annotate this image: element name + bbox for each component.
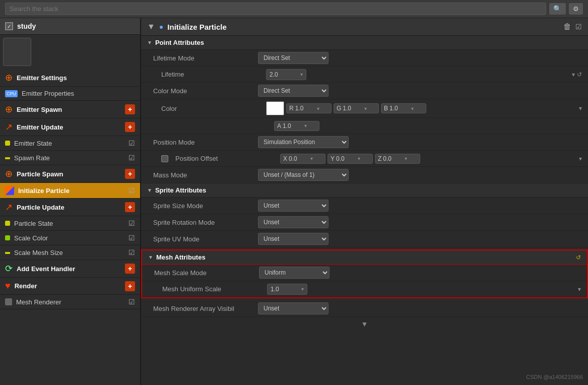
position-offset-checkbox[interactable] <box>161 155 168 162</box>
module-title: Initialize Particle <box>167 23 559 31</box>
color-g-input[interactable] <box>343 105 363 112</box>
lifetime-reset-button[interactable]: ↺ <box>577 71 582 78</box>
sidebar-item-scale-color[interactable]: Scale Color ☑ <box>0 231 140 245</box>
sprite-uv-mode-select[interactable]: Unset <box>258 233 329 245</box>
color-swatch[interactable] <box>266 101 284 115</box>
mesh-uniform-scale-expand[interactable]: ▾ <box>578 286 581 293</box>
sidebar-item-mesh-renderer[interactable]: Mesh Renderer ☑ <box>0 295 140 309</box>
particle-state-icon <box>5 221 10 226</box>
settings-button[interactable]: ⚙ <box>569 3 583 15</box>
emitter-spawn-add-button[interactable]: + <box>125 104 135 114</box>
sidebar-item-particle-update[interactable]: ↗ Particle Update + <box>0 199 140 216</box>
y-label: Y <box>331 155 335 162</box>
main-layout: ✓ study ⊕ Emitter Settings CPU Emitter P… <box>0 18 588 385</box>
sidebar-item-emitter-spawn[interactable]: ⊕ Emitter Spawn + <box>0 101 140 118</box>
emitter-update-add-button[interactable]: + <box>125 122 135 132</box>
initialize-particle-check[interactable]: ☑ <box>128 186 135 195</box>
scale-mesh-size-check[interactable]: ☑ <box>128 248 135 256</box>
color-mode-select[interactable]: Direct Set <box>258 85 329 97</box>
sprite-rotation-mode-select[interactable]: Unset <box>258 216 329 228</box>
sidebar-item-emitter-update[interactable]: ↗ Emitter Update + <box>0 118 140 136</box>
lifetime-value[interactable] <box>270 71 300 78</box>
mesh-renderer-check[interactable]: ☑ <box>128 298 135 306</box>
mesh-scale-mode-select[interactable]: Uniform <box>259 267 330 279</box>
pos-x-input[interactable] <box>289 155 309 162</box>
sidebar-title: ✓ study <box>0 18 140 35</box>
sidebar-item-particle-state[interactable]: Particle State ☑ <box>0 216 140 231</box>
g-label: G <box>337 105 341 112</box>
add-event-handler-add-button[interactable]: + <box>125 264 135 274</box>
mass-mode-select[interactable]: Unset / (Mass of 1) <box>258 169 349 181</box>
search-input[interactable] <box>5 3 546 15</box>
color-b-field[interactable]: B ▾ <box>381 103 426 113</box>
pos-z-field[interactable]: Z ▾ <box>375 154 420 164</box>
module-enable-checkbox[interactable]: ☑ <box>575 23 582 31</box>
scale-color-icon <box>5 235 10 240</box>
sprite-attributes-label: Sprite Attributes <box>155 186 206 194</box>
pos-z-input[interactable] <box>383 155 403 162</box>
particle-spawn-icon: ⊕ <box>5 168 13 179</box>
particle-update-add-button[interactable]: + <box>125 202 135 212</box>
a-label: A <box>277 122 281 130</box>
sidebar-item-emitter-properties[interactable]: CPU Emitter Properties <box>0 87 140 101</box>
z-label: Z <box>378 155 381 162</box>
content-panel: ▼ ● Initialize Particle 🗑 ☑ ▼ Point Attr… <box>141 18 588 385</box>
sprite-size-mode-select[interactable]: Unset <box>258 200 329 212</box>
mesh-attributes-section: ▼ Mesh Attributes ↺ Mesh Scale Mode Unif… <box>141 249 588 298</box>
point-attributes-header[interactable]: ▼ Point Attributes <box>141 36 588 50</box>
color-r-input[interactable] <box>295 105 315 112</box>
render-add-button[interactable]: + <box>125 281 135 291</box>
lifetime-expand-button[interactable]: ▾ <box>572 71 575 78</box>
point-attributes-label: Point Attributes <box>155 39 204 46</box>
lifetime-extra: ▾ ↺ <box>572 71 582 78</box>
pos-x-field[interactable]: X ▾ <box>280 154 325 164</box>
pos-y-field[interactable]: Y ▾ <box>328 154 373 164</box>
sidebar: ✓ study ⊕ Emitter Settings CPU Emitter P… <box>0 18 141 385</box>
lifetime-mode-select[interactable]: Direct Set <box>258 52 329 64</box>
spawn-rate-check[interactable]: ☑ <box>128 154 135 162</box>
particle-spawn-add-button[interactable]: + <box>125 169 135 179</box>
sidebar-item-add-event-handler[interactable]: ⟳ Add Event Handler + <box>0 260 140 278</box>
color-a-input[interactable] <box>283 122 303 130</box>
mesh-uniform-scale-input[interactable]: ▾ <box>267 284 307 295</box>
pos-expand-button[interactable]: ▾ <box>579 155 582 162</box>
sidebar-item-initialize-particle[interactable]: Initialize Particle ☑ <box>0 183 140 199</box>
particle-update-icon: ↗ <box>5 202 13 213</box>
mesh-scale-mode-control: Uniform <box>259 267 581 279</box>
mesh-attributes-header[interactable]: ▼ Mesh Attributes ↺ <box>142 250 587 265</box>
color-b-input[interactable] <box>389 105 410 112</box>
pos-y-input[interactable] <box>336 155 356 162</box>
color-a-field[interactable]: A ▾ <box>274 121 319 131</box>
search-bar: 🔍 ⚙ <box>0 0 588 18</box>
scale-color-check[interactable]: ☑ <box>128 234 135 242</box>
mesh-renderer-array-select[interactable]: Unset <box>258 302 329 314</box>
emitter-state-check[interactable]: ☑ <box>128 139 135 147</box>
lifetime-input[interactable]: ▾ <box>266 69 306 80</box>
position-mode-row: Position Mode Simulation Position <box>141 134 588 151</box>
render-label: Render <box>15 282 121 290</box>
sprite-attributes-header[interactable]: ▼ Sprite Attributes <box>141 183 588 198</box>
color-g-field[interactable]: G ▾ <box>334 103 379 113</box>
sidebar-item-emitter-state[interactable]: Emitter State ☑ <box>0 136 140 151</box>
mesh-renderer-array-control: Unset <box>258 302 582 314</box>
sidebar-item-scale-mesh-size[interactable]: Scale Mesh Size ☑ <box>0 245 140 260</box>
spawn-rate-icon <box>5 157 10 159</box>
sprite-size-mode-row: Sprite Size Mode Unset <box>141 198 588 214</box>
sidebar-item-particle-spawn[interactable]: ⊕ Particle Spawn + <box>0 165 140 183</box>
scroll-down-arrow: ▼ <box>361 320 368 328</box>
module-delete-button[interactable]: 🗑 <box>563 22 571 31</box>
module-collapse-button[interactable]: ▼ <box>147 22 155 31</box>
particle-state-check[interactable]: ☑ <box>128 219 135 227</box>
sidebar-title-checkbox[interactable]: ✓ <box>5 22 13 30</box>
search-button[interactable]: 🔍 <box>549 3 566 15</box>
mesh-uniform-scale-row: Mesh Uniform Scale ▾ ▾ <box>142 281 587 297</box>
color-r-field[interactable]: R ▾ <box>286 103 332 113</box>
mesh-uniform-scale-value[interactable] <box>271 286 301 293</box>
sidebar-item-spawn-rate[interactable]: Spawn Rate ☑ <box>0 151 140 165</box>
mesh-attributes-reset-button[interactable]: ↺ <box>576 254 581 261</box>
color-expand-button[interactable]: ▾ <box>579 105 582 112</box>
sidebar-item-emitter-settings[interactable]: ⊕ Emitter Settings <box>0 69 140 87</box>
lifetime-mode-row: Lifetime Mode Direct Set <box>141 50 588 67</box>
position-mode-select[interactable]: Simulation Position <box>258 136 349 148</box>
sidebar-item-render[interactable]: ♥ Render + <box>0 278 140 295</box>
